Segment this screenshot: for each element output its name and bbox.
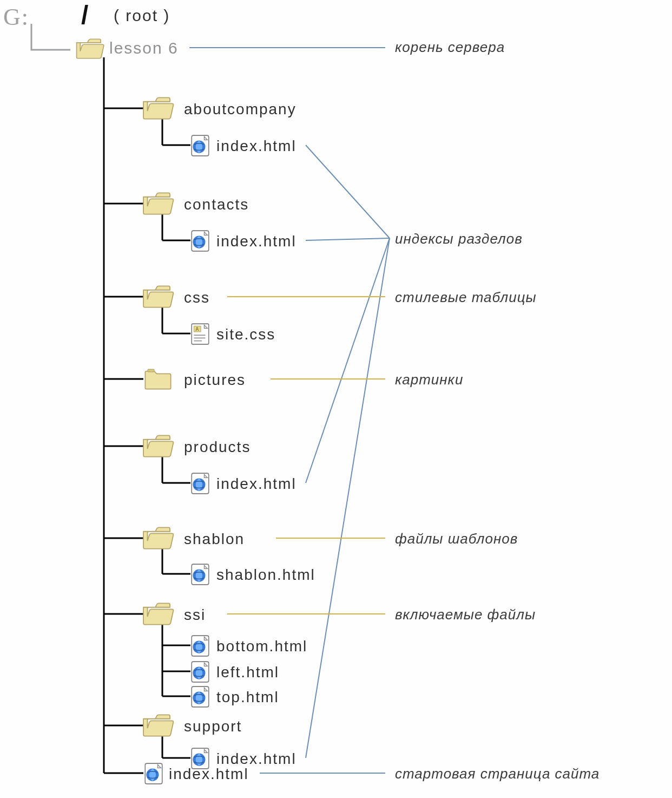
folder-shablon: shablon — [184, 531, 245, 548]
annotation-section-index: индексы разделов — [395, 231, 523, 247]
file-products-index: index.html — [216, 475, 297, 493]
annotation-stylesheets: стилевые таблицы — [395, 289, 537, 306]
folder-open-icon — [142, 526, 174, 550]
svg-line-28 — [306, 238, 390, 240]
folder-open-icon — [142, 192, 174, 215]
root-path-label: ( root ) — [114, 6, 170, 25]
file-contacts-index: index.html — [216, 233, 297, 250]
drive-label: G: — [3, 3, 29, 31]
folder-ssi: ssi — [184, 606, 206, 624]
html-file-icon — [144, 762, 163, 785]
annotation-templates: файлы шаблонов — [395, 531, 518, 547]
folder-open-icon — [75, 38, 105, 60]
file-tree-diagram: A G: / ( root ) lesson 6 aboutcompany in… — [0, 0, 672, 798]
tree-connectors — [0, 0, 672, 798]
svg-line-27 — [306, 145, 390, 238]
annotation-start-page: стартовая страница сайта — [395, 766, 599, 782]
html-file-icon — [190, 635, 210, 657]
folder-open-icon — [142, 434, 174, 458]
file-aboutcompany-index: index.html — [216, 138, 297, 155]
html-file-icon — [190, 134, 210, 157]
html-file-icon — [190, 685, 210, 708]
folder-open-icon — [142, 96, 174, 120]
folder-aboutcompany: aboutcompany — [184, 101, 297, 118]
annotation-server-root: корень сервера — [395, 39, 505, 56]
folder-products: products — [184, 439, 251, 456]
root-folder-label: lesson 6 — [109, 39, 179, 57]
html-file-icon — [190, 230, 210, 252]
file-site-css: site.css — [216, 326, 275, 343]
annotation-pictures: картинки — [395, 371, 463, 388]
file-shablon-html: shablon.html — [216, 566, 315, 584]
folder-css: css — [184, 289, 210, 306]
svg-line-29 — [306, 238, 390, 483]
file-ssi-top: top.html — [216, 689, 279, 706]
file-root-index: index.html — [169, 766, 249, 783]
root-slash-icon: / — [81, 0, 89, 30]
folder-icon — [144, 368, 172, 391]
file-ssi-left: left.html — [216, 664, 279, 681]
annotation-includes: включаемые файлы — [395, 606, 536, 623]
folder-open-icon — [142, 285, 174, 309]
folder-contacts: contacts — [184, 196, 249, 213]
folder-pictures: pictures — [184, 371, 246, 389]
folder-open-icon — [142, 602, 174, 626]
css-file-icon — [190, 323, 210, 345]
html-file-icon — [190, 472, 210, 495]
svg-line-30 — [306, 238, 390, 758]
file-ssi-bottom: bottom.html — [216, 638, 307, 655]
html-file-icon — [190, 563, 210, 586]
html-file-icon — [190, 660, 210, 683]
folder-support: support — [184, 718, 242, 735]
folder-open-icon — [142, 714, 174, 737]
